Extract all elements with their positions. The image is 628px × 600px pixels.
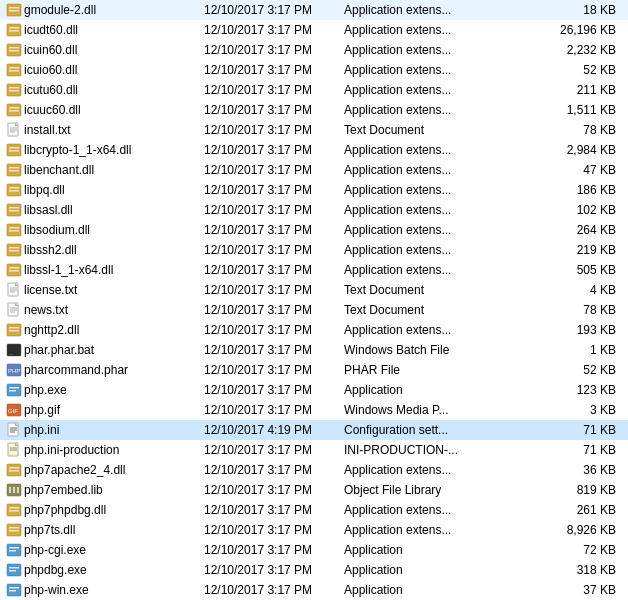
file-name: icuio60.dll xyxy=(24,63,204,77)
file-icon xyxy=(4,282,24,298)
table-row[interactable]: icudt60.dll 12/10/2017 3:17 PM Applicati… xyxy=(0,20,628,40)
table-row[interactable]: phpdbg.exe 12/10/2017 3:17 PM Applicatio… xyxy=(0,560,628,580)
svg-rect-13 xyxy=(9,87,19,89)
file-size: 72 KB xyxy=(504,543,624,557)
file-date: 12/10/2017 4:19 PM xyxy=(204,423,344,437)
file-size: 505 KB xyxy=(504,263,624,277)
svg-rect-79 xyxy=(9,487,11,493)
file-name: icuuc60.dll xyxy=(24,103,204,117)
file-size: 211 KB xyxy=(504,83,624,97)
file-icon: GIF xyxy=(4,402,24,418)
svg-rect-25 xyxy=(9,150,19,152)
file-date: 12/10/2017 3:17 PM xyxy=(204,63,344,77)
table-row[interactable]: php7phpdbg.dll 12/10/2017 3:17 PM Applic… xyxy=(0,500,628,520)
file-icon xyxy=(4,22,24,38)
svg-rect-84 xyxy=(9,510,19,512)
table-row[interactable]: install.txt 12/10/2017 3:17 PM Text Docu… xyxy=(0,120,628,140)
file-type: Application xyxy=(344,583,504,597)
table-row[interactable]: license.txt 12/10/2017 3:17 PM Text Docu… xyxy=(0,280,628,300)
table-row[interactable]: icuin60.dll 12/10/2017 3:17 PM Applicati… xyxy=(0,40,628,60)
table-row[interactable]: gmodule-2.dll 12/10/2017 3:17 PM Applica… xyxy=(0,0,628,20)
file-type: Text Document xyxy=(344,303,504,317)
file-date: 12/10/2017 3:17 PM xyxy=(204,503,344,517)
file-size: 3 KB xyxy=(504,403,624,417)
file-name: php.exe xyxy=(24,383,204,397)
svg-text:GIF: GIF xyxy=(8,408,18,414)
svg-rect-76 xyxy=(9,467,19,469)
file-size: 78 KB xyxy=(504,303,624,317)
svg-rect-37 xyxy=(9,230,19,232)
table-row[interactable]: php-cgi.exe 12/10/2017 3:17 PM Applicati… xyxy=(0,540,628,560)
table-row[interactable]: icuio60.dll 12/10/2017 3:17 PM Applicati… xyxy=(0,60,628,80)
table-row[interactable]: libssh2.dll 12/10/2017 3:17 PM Applicati… xyxy=(0,240,628,260)
svg-rect-17 xyxy=(9,110,19,112)
svg-rect-1 xyxy=(9,7,19,9)
table-row[interactable]: libpq.dll 12/10/2017 3:17 PM Application… xyxy=(0,180,628,200)
file-type: Text Document xyxy=(344,123,504,137)
table-row[interactable]: php.exe 12/10/2017 3:17 PM Application 1… xyxy=(0,380,628,400)
file-icon xyxy=(4,302,24,318)
table-row[interactable]: libenchant.dll 12/10/2017 3:17 PM Applic… xyxy=(0,160,628,180)
file-name: gmodule-2.dll xyxy=(24,3,204,17)
table-row[interactable]: icutu60.dll 12/10/2017 3:17 PM Applicati… xyxy=(0,80,628,100)
file-size: 36 KB xyxy=(504,463,624,477)
file-type: Application extens... xyxy=(344,243,504,257)
svg-rect-8 xyxy=(9,50,19,52)
file-icon xyxy=(4,322,24,338)
file-icon xyxy=(4,202,24,218)
file-name: icuin60.dll xyxy=(24,43,204,57)
svg-rect-30 xyxy=(9,187,19,189)
table-row[interactable]: _ phar.phar.bat 12/10/2017 3:17 PM Windo… xyxy=(0,340,628,360)
table-row[interactable]: libssl-1_1-x64.dll 12/10/2017 3:17 PM Ap… xyxy=(0,260,628,280)
table-row[interactable]: php.ini 12/10/2017 4:19 PM Configuration… xyxy=(0,420,628,440)
file-type: Text Document xyxy=(344,283,504,297)
file-date: 12/10/2017 3:17 PM xyxy=(204,243,344,257)
table-row[interactable]: news.txt 12/10/2017 3:17 PM Text Documen… xyxy=(0,300,628,320)
table-row[interactable]: php7ts.dll 12/10/2017 3:17 PM Applicatio… xyxy=(0,520,628,540)
table-row[interactable]: php-win.exe 12/10/2017 3:17 PM Applicati… xyxy=(0,580,628,600)
file-date: 12/10/2017 3:17 PM xyxy=(204,103,344,117)
file-size: 102 KB xyxy=(504,203,624,217)
file-name: php7apache2_4.dll xyxy=(24,463,204,477)
table-row[interactable]: php7apache2_4.dll 12/10/2017 3:17 PM App… xyxy=(0,460,628,480)
file-size: 193 KB xyxy=(504,323,624,337)
file-name: libssh2.dll xyxy=(24,243,204,257)
file-date: 12/10/2017 3:17 PM xyxy=(204,23,344,37)
file-size: 52 KB xyxy=(504,363,624,377)
file-type: Application extens... xyxy=(344,203,504,217)
file-name: install.txt xyxy=(24,123,204,137)
table-row[interactable]: php.ini-production 12/10/2017 3:17 PM IN… xyxy=(0,440,628,460)
table-row[interactable]: PHP pharcommand.phar 12/10/2017 3:17 PM … xyxy=(0,360,628,380)
file-size: 264 KB xyxy=(504,223,624,237)
file-type: INI-PRODUCTION-... xyxy=(344,443,504,457)
file-type: Application extens... xyxy=(344,23,504,37)
table-row[interactable]: nghttp2.dll 12/10/2017 3:17 PM Applicati… xyxy=(0,320,628,340)
file-name: php-win.exe xyxy=(24,583,204,597)
svg-rect-95 xyxy=(9,587,19,589)
svg-rect-11 xyxy=(9,70,19,72)
file-type: PHAR File xyxy=(344,363,504,377)
file-icon: _ xyxy=(4,342,24,358)
file-icon xyxy=(4,242,24,258)
svg-rect-86 xyxy=(9,527,19,529)
file-icon xyxy=(4,42,24,58)
file-date: 12/10/2017 3:17 PM xyxy=(204,43,344,57)
table-row[interactable]: libcrypto-1_1-x64.dll 12/10/2017 3:17 PM… xyxy=(0,140,628,160)
file-size: 37 KB xyxy=(504,583,624,597)
file-type: Configuration sett... xyxy=(344,423,504,437)
svg-rect-31 xyxy=(9,190,19,192)
table-row[interactable]: php7embed.lib 12/10/2017 3:17 PM Object … xyxy=(0,480,628,500)
file-date: 12/10/2017 3:17 PM xyxy=(204,123,344,137)
table-row[interactable]: icuuc60.dll 12/10/2017 3:17 PM Applicati… xyxy=(0,100,628,120)
svg-rect-33 xyxy=(9,207,19,209)
table-row[interactable]: libsodium.dll 12/10/2017 3:17 PM Applica… xyxy=(0,220,628,240)
file-icon xyxy=(4,422,24,438)
file-size: 18 KB xyxy=(504,3,624,17)
table-row[interactable]: libsasl.dll 12/10/2017 3:17 PM Applicati… xyxy=(0,200,628,220)
file-date: 12/10/2017 3:17 PM xyxy=(204,383,344,397)
file-name: php-cgi.exe xyxy=(24,543,204,557)
file-date: 12/10/2017 3:17 PM xyxy=(204,283,344,297)
table-row[interactable]: GIF php.gif 12/10/2017 3:17 PM Windows M… xyxy=(0,400,628,420)
svg-rect-96 xyxy=(9,590,16,592)
file-type: Application extens... xyxy=(344,3,504,17)
